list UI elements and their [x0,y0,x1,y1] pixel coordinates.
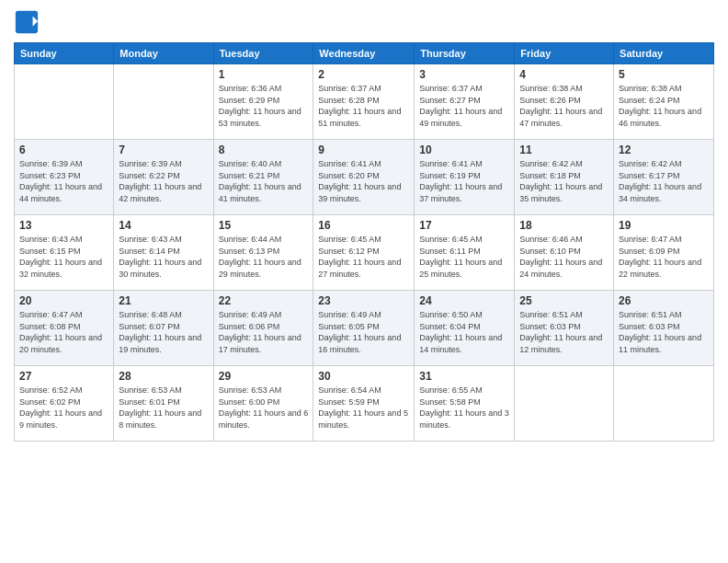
day-number: 26 [619,294,709,307]
day-info: Sunrise: 6:36 AM Sunset: 6:29 PM Dayligh… [219,83,309,129]
day-cell: 25Sunrise: 6:51 AM Sunset: 6:03 PM Dayli… [515,291,614,366]
day-cell: 11Sunrise: 6:42 AM Sunset: 6:18 PM Dayli… [515,140,614,215]
day-cell: 15Sunrise: 6:44 AM Sunset: 6:13 PM Dayli… [213,215,313,291]
day-cell: 8Sunrise: 6:40 AM Sunset: 6:21 PM Daylig… [213,140,313,215]
day-number: 1 [219,68,309,81]
weekday-header-friday: Friday [515,43,614,64]
day-cell: 20Sunrise: 6:47 AM Sunset: 6:08 PM Dayli… [15,291,114,366]
day-cell: 7Sunrise: 6:39 AM Sunset: 6:22 PM Daylig… [114,140,213,215]
day-info: Sunrise: 6:55 AM Sunset: 5:58 PM Dayligh… [419,385,509,431]
day-number: 10 [419,144,509,156]
weekday-header-sunday: Sunday [15,43,114,64]
day-info: Sunrise: 6:53 AM Sunset: 6:00 PM Dayligh… [219,385,309,431]
day-number: 30 [318,370,409,383]
day-number: 19 [619,219,709,232]
day-number: 4 [519,68,609,81]
day-info: Sunrise: 6:49 AM Sunset: 6:06 PM Dayligh… [219,309,309,355]
day-cell: 27Sunrise: 6:52 AM Sunset: 6:02 PM Dayli… [15,366,114,442]
day-cell [15,64,114,140]
day-cell: 24Sunrise: 6:50 AM Sunset: 6:04 PM Dayli… [415,291,515,366]
day-info: Sunrise: 6:41 AM Sunset: 6:20 PM Dayligh… [318,158,409,204]
day-info: Sunrise: 6:50 AM Sunset: 6:04 PM Dayligh… [419,309,509,355]
day-number: 20 [19,294,108,307]
week-row-3: 13Sunrise: 6:43 AM Sunset: 6:15 PM Dayli… [15,215,714,291]
day-info: Sunrise: 6:46 AM Sunset: 6:10 PM Dayligh… [519,234,609,280]
weekday-header-row: SundayMondayTuesdayWednesdayThursdayFrid… [15,43,714,64]
day-info: Sunrise: 6:40 AM Sunset: 6:21 PM Dayligh… [219,158,309,204]
day-cell: 14Sunrise: 6:43 AM Sunset: 6:14 PM Dayli… [114,215,213,291]
day-info: Sunrise: 6:45 AM Sunset: 6:12 PM Dayligh… [318,234,409,280]
day-number: 3 [419,68,509,81]
day-number: 13 [19,219,108,232]
day-info: Sunrise: 6:43 AM Sunset: 6:14 PM Dayligh… [119,234,208,280]
day-number: 17 [419,219,509,232]
day-cell: 5Sunrise: 6:38 AM Sunset: 6:24 PM Daylig… [614,64,714,140]
logo-icon [14,9,40,35]
day-cell: 2Sunrise: 6:37 AM Sunset: 6:28 PM Daylig… [313,64,415,140]
day-cell: 23Sunrise: 6:49 AM Sunset: 6:05 PM Dayli… [313,291,415,366]
day-info: Sunrise: 6:51 AM Sunset: 6:03 PM Dayligh… [619,309,709,355]
logo [14,9,41,35]
calendar-page: SundayMondayTuesdayWednesdayThursdayFrid… [0,0,728,563]
day-number: 5 [619,68,709,81]
day-number: 9 [318,144,409,156]
day-cell: 22Sunrise: 6:49 AM Sunset: 6:06 PM Dayli… [213,291,313,366]
day-info: Sunrise: 6:42 AM Sunset: 6:18 PM Dayligh… [519,158,609,204]
day-cell [515,366,614,442]
day-cell: 9Sunrise: 6:41 AM Sunset: 6:20 PM Daylig… [313,140,415,215]
day-cell: 4Sunrise: 6:38 AM Sunset: 6:26 PM Daylig… [515,64,614,140]
day-info: Sunrise: 6:49 AM Sunset: 6:05 PM Dayligh… [318,309,409,355]
week-row-5: 27Sunrise: 6:52 AM Sunset: 6:02 PM Dayli… [15,366,714,442]
day-number: 11 [519,144,609,156]
day-number: 31 [419,370,509,383]
day-number: 27 [19,370,108,383]
day-cell: 10Sunrise: 6:41 AM Sunset: 6:19 PM Dayli… [415,140,515,215]
weekday-header-tuesday: Tuesday [213,43,313,64]
day-cell: 6Sunrise: 6:39 AM Sunset: 6:23 PM Daylig… [15,140,114,215]
day-number: 8 [219,144,309,156]
day-info: Sunrise: 6:38 AM Sunset: 6:26 PM Dayligh… [519,83,609,129]
day-info: Sunrise: 6:44 AM Sunset: 6:13 PM Dayligh… [219,234,309,280]
day-number: 23 [318,294,409,307]
day-cell: 13Sunrise: 6:43 AM Sunset: 6:15 PM Dayli… [15,215,114,291]
day-info: Sunrise: 6:52 AM Sunset: 6:02 PM Dayligh… [19,385,108,431]
day-number: 14 [119,219,208,232]
weekday-header-monday: Monday [114,43,213,64]
day-number: 25 [519,294,609,307]
day-number: 15 [219,219,309,232]
day-number: 12 [619,144,709,156]
day-info: Sunrise: 6:47 AM Sunset: 6:08 PM Dayligh… [19,309,108,355]
day-info: Sunrise: 6:39 AM Sunset: 6:22 PM Dayligh… [119,158,208,204]
day-info: Sunrise: 6:39 AM Sunset: 6:23 PM Dayligh… [19,158,108,204]
day-cell: 31Sunrise: 6:55 AM Sunset: 5:58 PM Dayli… [415,366,515,442]
week-row-2: 6Sunrise: 6:39 AM Sunset: 6:23 PM Daylig… [15,140,714,215]
header [14,9,714,35]
day-cell: 28Sunrise: 6:53 AM Sunset: 6:01 PM Dayli… [114,366,213,442]
day-cell: 26Sunrise: 6:51 AM Sunset: 6:03 PM Dayli… [614,291,714,366]
day-cell: 1Sunrise: 6:36 AM Sunset: 6:29 PM Daylig… [213,64,313,140]
day-cell: 29Sunrise: 6:53 AM Sunset: 6:00 PM Dayli… [213,366,313,442]
day-cell: 19Sunrise: 6:47 AM Sunset: 6:09 PM Dayli… [614,215,714,291]
day-cell: 16Sunrise: 6:45 AM Sunset: 6:12 PM Dayli… [313,215,415,291]
day-cell [114,64,213,140]
day-info: Sunrise: 6:47 AM Sunset: 6:09 PM Dayligh… [619,234,709,280]
weekday-header-wednesday: Wednesday [313,43,415,64]
day-number: 16 [318,219,409,232]
day-info: Sunrise: 6:37 AM Sunset: 6:27 PM Dayligh… [419,83,509,129]
day-info: Sunrise: 6:41 AM Sunset: 6:19 PM Dayligh… [419,158,509,204]
day-cell [614,366,714,442]
day-number: 22 [219,294,309,307]
day-number: 7 [119,144,208,156]
day-cell: 21Sunrise: 6:48 AM Sunset: 6:07 PM Dayli… [114,291,213,366]
day-number: 29 [219,370,309,383]
weekday-header-saturday: Saturday [614,43,714,64]
day-number: 21 [119,294,208,307]
day-cell: 18Sunrise: 6:46 AM Sunset: 6:10 PM Dayli… [515,215,614,291]
day-cell: 30Sunrise: 6:54 AM Sunset: 5:59 PM Dayli… [313,366,415,442]
day-info: Sunrise: 6:54 AM Sunset: 5:59 PM Dayligh… [318,385,409,431]
day-cell: 12Sunrise: 6:42 AM Sunset: 6:17 PM Dayli… [614,140,714,215]
day-info: Sunrise: 6:37 AM Sunset: 6:28 PM Dayligh… [318,83,409,129]
day-info: Sunrise: 6:48 AM Sunset: 6:07 PM Dayligh… [119,309,208,355]
day-info: Sunrise: 6:38 AM Sunset: 6:24 PM Dayligh… [619,83,709,129]
day-number: 2 [318,68,409,81]
